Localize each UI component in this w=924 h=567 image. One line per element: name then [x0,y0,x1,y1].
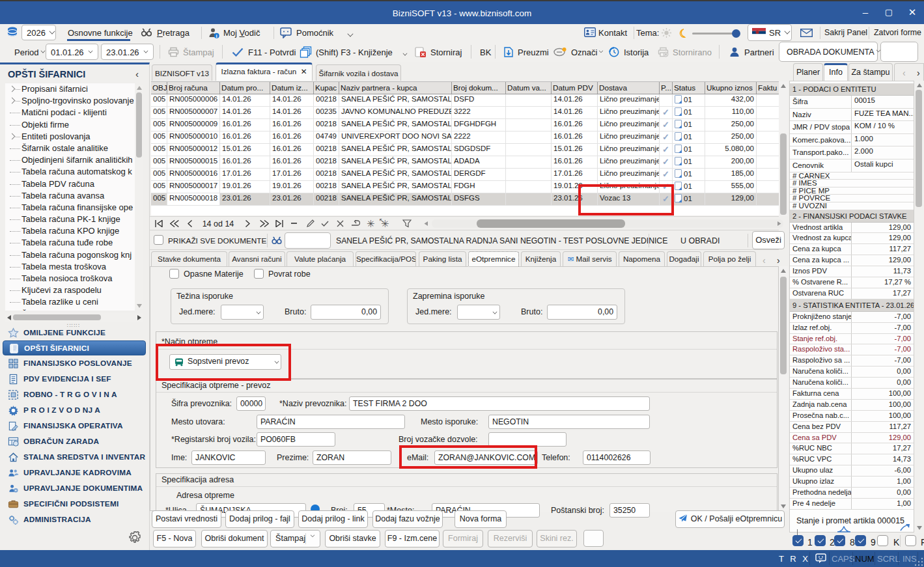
svg-text:i: i [216,33,217,38]
